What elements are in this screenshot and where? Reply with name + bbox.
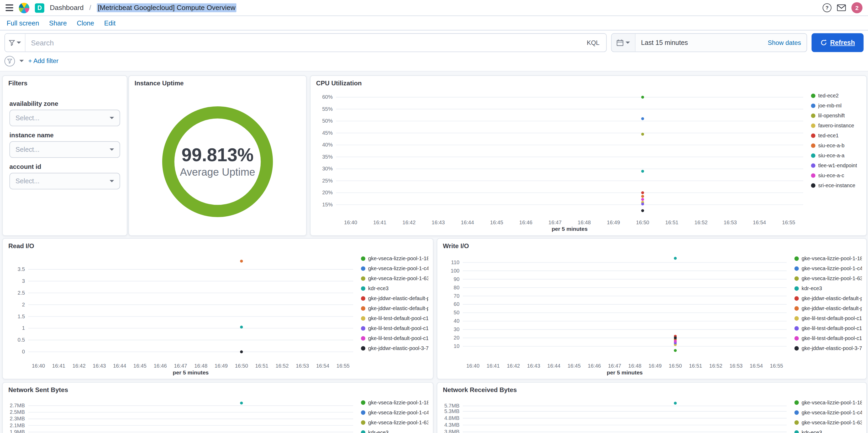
- legend-item[interactable]: gke-vseca-lizzie-pool-1-630...: [361, 275, 428, 281]
- legend-item[interactable]: gke-lil-test-default-pool-c1e...: [361, 335, 428, 341]
- top-header: D Dashboard / [Metricbeat Googlecloud] C…: [0, 0, 868, 16]
- legend-label: gke-jddwr-elastic-default-po...: [368, 295, 429, 301]
- legend-item[interactable]: gke-jddwr-elastic-pool-3-74...: [795, 345, 862, 351]
- legend-item[interactable]: gke-vseca-lizzie-pool-1-c417...: [361, 409, 428, 415]
- share-link[interactable]: Share: [49, 19, 67, 27]
- saved-query-menu-button[interactable]: [5, 34, 26, 52]
- legend-item[interactable]: ted-ece1: [811, 132, 862, 138]
- svg-text:16:46: 16:46: [588, 363, 601, 369]
- kql-toggle[interactable]: KQL: [580, 39, 606, 46]
- legend-item[interactable]: gke-vseca-lizzie-pool-1-1877...: [361, 399, 428, 405]
- legend-label: gke-vseca-lizzie-pool-1-1877...: [368, 399, 429, 405]
- legend-label: siu-ece-a-a: [818, 152, 844, 158]
- legend-item[interactable]: siu-ece-a-a: [811, 152, 862, 158]
- svg-text:16:42: 16:42: [72, 363, 86, 369]
- svg-text:16:51: 16:51: [689, 363, 702, 369]
- legend-dot: [811, 153, 815, 157]
- panel-title: Write I/O: [437, 239, 866, 251]
- legend-item[interactable]: gke-jddwr-elastic-default-po...: [795, 295, 862, 301]
- svg-text:per 5 minutes: per 5 minutes: [552, 226, 588, 232]
- legend-label: gke-vseca-lizzie-pool-1-630...: [368, 420, 429, 425]
- legend-item[interactable]: favero-instance: [811, 122, 862, 128]
- svg-text:90: 90: [454, 276, 459, 282]
- legend-item[interactable]: gke-vseca-lizzie-pool-1-1877...: [795, 255, 862, 261]
- legend-dot: [811, 143, 815, 148]
- dashboard-grid: Filters availability zone Select... inst…: [0, 71, 868, 433]
- legend-item[interactable]: joe-mb-ml: [811, 103, 862, 109]
- elastic-logo-icon[interactable]: [19, 2, 29, 13]
- legend-item[interactable]: gke-vseca-lizzie-pool-1-630...: [361, 420, 428, 425]
- legend-label: kdr-ece3: [368, 429, 389, 433]
- legend-item[interactable]: gke-vseca-lizzie-pool-1-1877...: [361, 255, 428, 261]
- legend-item[interactable]: gke-lil-test-default-pool-c1e...: [795, 315, 862, 321]
- breadcrumb-dashboard[interactable]: Dashboard: [50, 4, 84, 12]
- legend-item[interactable]: gke-vseca-lizzie-pool-1-c417...: [795, 409, 862, 415]
- legend-item[interactable]: gke-vseca-lizzie-pool-1-630...: [795, 275, 862, 281]
- legend-item[interactable]: siu-ece-a-c: [811, 172, 862, 178]
- add-filter-link[interactable]: + Add filter: [28, 58, 59, 64]
- time-range-value[interactable]: Last 15 minutes: [636, 39, 762, 47]
- account-id-select[interactable]: Select...: [9, 173, 120, 189]
- legend-dot: [795, 296, 799, 300]
- legend-item[interactable]: sri-ece-instance: [811, 182, 862, 188]
- legend-item[interactable]: gke-lil-test-default-pool-c1e...: [361, 325, 428, 331]
- legend-label: gke-lil-test-default-pool-c1e...: [802, 325, 862, 331]
- legend-item[interactable]: tlee-w1-endpoint: [811, 162, 862, 168]
- legend-label: gke-vseca-lizzie-pool-1-c417...: [802, 265, 862, 271]
- svg-text:60: 60: [454, 301, 459, 307]
- write-io-panel: Write I/O 11010090807060504030201016:401…: [437, 238, 867, 379]
- legend-item[interactable]: gke-lil-test-default-pool-c1e...: [795, 325, 862, 331]
- legend-dot: [795, 420, 799, 425]
- legend-label: gke-vseca-lizzie-pool-1-630...: [802, 420, 862, 425]
- select-placeholder: Select...: [16, 114, 39, 122]
- filter-options-button[interactable]: [4, 56, 15, 66]
- legend-dot: [361, 336, 365, 340]
- legend-item[interactable]: gke-vseca-lizzie-pool-1-c417...: [361, 265, 428, 271]
- legend-dot: [361, 306, 365, 310]
- svg-text:16:41: 16:41: [373, 220, 386, 225]
- svg-text:70: 70: [454, 293, 459, 299]
- svg-text:16:40: 16:40: [32, 363, 45, 369]
- legend-dot: [361, 430, 365, 433]
- legend-label: sri-ece-instance: [818, 182, 855, 188]
- legend-item[interactable]: kdr-ece3: [795, 285, 862, 291]
- svg-text:16:47: 16:47: [549, 220, 562, 225]
- search-input[interactable]: [26, 38, 580, 47]
- legend-item[interactable]: gke-vseca-lizzie-pool-1-1877...: [795, 399, 862, 405]
- legend-item[interactable]: gke-vseca-lizzie-pool-1-c417...: [795, 265, 862, 271]
- legend-item[interactable]: gke-vseca-lizzie-pool-1-630...: [795, 420, 862, 425]
- legend-item[interactable]: gke-lil-test-default-pool-c1e...: [795, 335, 862, 341]
- hamburger-menu-icon[interactable]: [5, 4, 13, 11]
- legend-item[interactable]: gke-jddwr-elastic-default-po...: [361, 295, 428, 301]
- legend-item[interactable]: kdr-ece3: [795, 429, 862, 433]
- legend-item[interactable]: gke-jddwr-elastic-default-po...: [361, 305, 428, 311]
- calendar-menu-button[interactable]: [612, 34, 636, 52]
- refresh-button[interactable]: Refresh: [812, 33, 864, 52]
- legend-item[interactable]: lil-openshift: [811, 112, 862, 118]
- legend-item[interactable]: gke-jddwr-elastic-pool-3-74...: [361, 345, 428, 351]
- legend-item[interactable]: kdr-ece3: [361, 429, 428, 433]
- user-avatar[interactable]: 2: [851, 2, 863, 13]
- instance-name-select[interactable]: Select...: [9, 141, 120, 158]
- legend-item[interactable]: kdr-ece3: [361, 285, 428, 291]
- svg-text:16:45: 16:45: [567, 363, 581, 369]
- legend-item[interactable]: siu-ece-a-b: [811, 142, 862, 148]
- edit-link[interactable]: Edit: [104, 19, 116, 27]
- svg-text:1: 1: [22, 325, 25, 331]
- availability-zone-select[interactable]: Select...: [9, 110, 120, 126]
- fullscreen-link[interactable]: Full screen: [6, 19, 39, 27]
- clone-link[interactable]: Clone: [77, 19, 94, 27]
- help-icon[interactable]: ?: [823, 3, 832, 12]
- legend-dot: [361, 410, 365, 414]
- svg-text:16:42: 16:42: [507, 363, 520, 369]
- network-received-bytes-panel: Network Received Bytes 5.7MB5.3MB4.8MB4.…: [437, 382, 867, 433]
- mail-icon[interactable]: [837, 4, 846, 11]
- legend-item[interactable]: gke-jddwr-elastic-default-po...: [795, 305, 862, 311]
- legend-item[interactable]: ted-ece2: [811, 92, 862, 98]
- show-dates-link[interactable]: Show dates: [762, 39, 807, 46]
- svg-text:2.5: 2.5: [18, 290, 25, 296]
- chevron-down-icon[interactable]: [20, 60, 24, 62]
- legend-label: gke-lil-test-default-pool-c1e...: [802, 315, 862, 321]
- legend-item[interactable]: gke-lil-test-default-pool-c1e...: [361, 315, 428, 321]
- breadcrumb-separator: /: [89, 4, 91, 12]
